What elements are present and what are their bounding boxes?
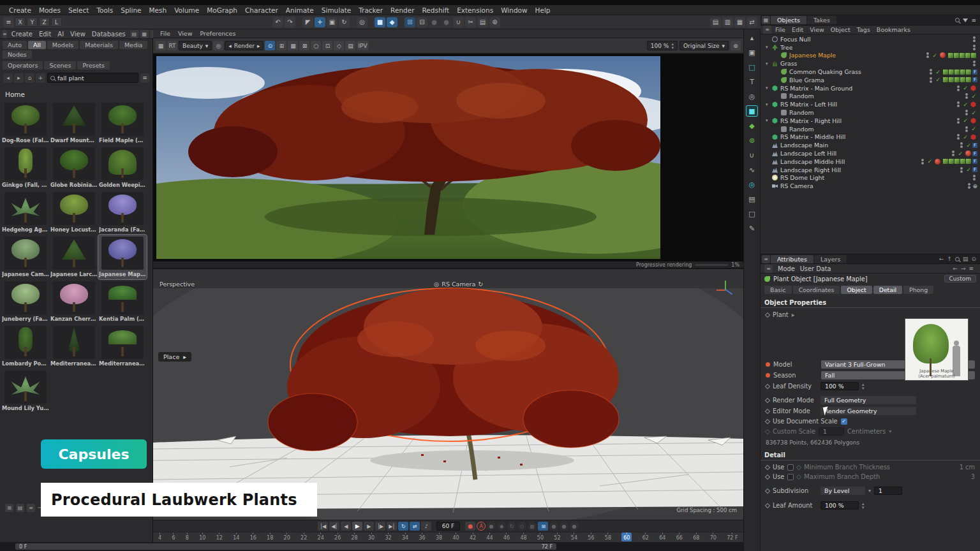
check-icon[interactable]: ✓ [965,166,972,173]
check-icon[interactable]: ✓ [956,151,964,157]
frame-tick[interactable]: 72 F [727,533,738,541]
render-pass-select[interactable]: Beauty▾ [179,41,212,50]
frame-tick[interactable]: 48 [520,533,526,541]
modeling-settings-button[interactable]: ⊛ [489,17,500,27]
zoom-select[interactable]: 100 %▴▾ [647,41,678,50]
visibility-dots[interactable] [971,61,977,66]
hamburger-icon[interactable]: ≡ [762,255,770,263]
orbit-icon[interactable]: ◎ [746,179,758,190]
menu-item[interactable]: MoGraph [203,6,241,14]
frame-tick[interactable]: 32 [385,533,392,541]
separator[interactable] [369,17,373,27]
frame-tick[interactable]: 44 [486,533,493,541]
object-row[interactable]: RS Camera ✓ F ⊕ [761,182,980,190]
use-doc-scale-checkbox[interactable]: ✓ [841,418,847,425]
anim-diamond-icon[interactable] [765,408,770,413]
frame-tick[interactable]: 60 [621,533,632,541]
mode-button[interactable]: Mode [778,265,795,272]
rt-button[interactable]: RT [167,41,177,50]
spinner-icon[interactable]: ▴▾ [671,42,674,50]
object-menu-item[interactable]: Edit [789,26,806,33]
menu-item[interactable]: Volume [170,6,203,14]
panel-tab[interactable]: Objects [771,16,806,24]
check-icon[interactable]: ✓ [961,134,969,140]
render-view-menu-item[interactable]: File [157,30,174,37]
sound-button[interactable]: ♪ [421,522,431,531]
render-canvas[interactable] [153,54,743,261]
size-select[interactable]: Original Size▾ [679,41,729,50]
menu-item[interactable]: Simulate [318,6,355,14]
viewport-label[interactable]: Perspective [160,281,195,288]
frame-tick[interactable]: 42 [470,533,476,541]
object-menu-item[interactable]: View [806,26,828,33]
histogram-icon[interactable]: ▤ [345,41,355,50]
simulate-cloth-button[interactable]: ■ [375,17,385,27]
asset-item[interactable]: Field Maple (Fall, Plant) [98,101,147,145]
anim-diamond-icon[interactable] [765,488,770,493]
visibility-dots[interactable] [971,36,977,42]
attribute-tab[interactable]: Object [841,286,872,294]
keyframe-selection-button[interactable]: ⊞ [538,522,548,531]
rotate-tool-button[interactable]: ↻ [339,17,350,27]
marker-c-button[interactable]: ● [570,522,579,531]
visibility-dots[interactable] [963,126,970,132]
record-keyframe-button[interactable]: ● [465,522,475,531]
hamburger-icon[interactable]: ≡ [764,265,773,273]
object-row[interactable]: Landscape Main ✓ F ⊕ [761,141,980,149]
frame-tick[interactable]: 14 [233,533,239,541]
menu-item[interactable]: Modes [35,6,64,14]
spinner-icon[interactable]: ▴▾ [862,383,865,390]
object-row[interactable]: ▾ RS Matrix - Main Ground ✓ F ⊕ [761,84,980,92]
leaf-density-field[interactable]: 100 % [820,382,859,390]
filter-button[interactable]: Media [119,41,148,49]
menu-item[interactable]: Spline [117,6,145,14]
asset-item[interactable]: Mound Lily Yucca (Fal… [1,369,50,413]
material-chip[interactable] [970,85,976,91]
asset-item[interactable]: Dog-Rose (Fall, Plant) [1,101,50,145]
hamburger-icon[interactable]: ≡ [763,26,771,34]
workplane-a-button[interactable]: ● [429,17,440,27]
render-view-button[interactable]: ▥ [722,17,733,27]
pen-icon[interactable]: ✎ [746,223,758,234]
keyframe-dot-icon[interactable] [766,373,770,378]
mograph-button[interactable]: ▤ [477,17,488,27]
anim-diamond-icon[interactable] [765,503,770,508]
separator[interactable] [351,17,355,27]
record-position-button[interactable]: ● [487,522,496,531]
visibility-dots[interactable] [928,69,934,75]
menu-item[interactable]: Extensions [453,6,497,14]
anim-diamond-icon[interactable] [765,397,770,402]
menu-item[interactable]: Window [497,6,531,14]
asset-item[interactable]: Golden Weeping Willo… [98,145,147,190]
back-button[interactable]: ◂ [3,73,13,83]
autokey-button[interactable]: A [477,522,486,531]
check-icon[interactable]: ✓ [926,158,933,165]
search-options-icon[interactable]: ≡ [140,73,149,83]
check-icon[interactable]: ✓ [961,117,969,124]
snapshot-icon[interactable]: ◎ [213,41,223,50]
place-tool-popup[interactable]: Place ▸ [158,352,191,362]
grid-view-icon[interactable]: ⊞ [5,504,13,512]
asset-item[interactable]: Kanzan Cherry (Fall, Pl… [50,279,98,324]
object-row[interactable]: ▾ Tree ✓ F ⊕ [761,43,980,52]
filter-icon[interactable] [963,18,968,22]
record-rotation-button[interactable]: ↻ [507,522,516,531]
palette-menu-icon[interactable]: ≡ [3,17,14,27]
object-menu-item[interactable]: Object [828,26,854,33]
anim-diamond-icon[interactable] [765,383,770,388]
redo-button[interactable]: ↷ [285,17,295,27]
expand-arrow[interactable]: ▾ [766,45,771,50]
frame-tick[interactable]: 58 [605,533,611,541]
material-thumbnails[interactable] [943,159,971,164]
add-asset-button[interactable]: + [36,73,45,83]
chevron-right-icon[interactable]: ▸ [257,43,260,49]
asset-menu-item[interactable]: Create [8,31,36,38]
menu-item[interactable]: Mesh [145,6,171,14]
marker-a-button[interactable]: ● [549,522,558,531]
render-settings-button[interactable]: ▦ [734,17,745,27]
frame-tick[interactable]: 12 [216,533,223,541]
asset-item[interactable]: Ginkgo (Fall, Plant) [1,145,50,190]
check-icon[interactable]: ✓ [965,142,972,149]
asset-item[interactable]: Hedgehog Agave (Fall… [1,190,50,235]
visibility-dots[interactable] [919,159,926,165]
